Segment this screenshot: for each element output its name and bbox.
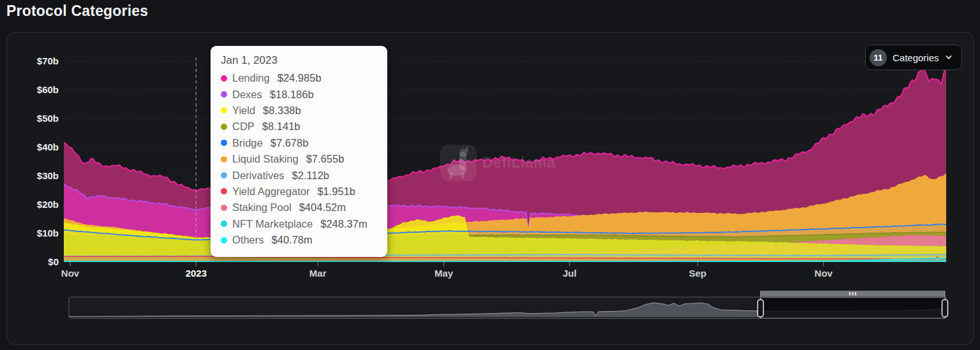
tooltip-series-value: $404.52m [299,201,346,214]
tooltip-date: Jan 1, 2023 [221,54,377,67]
series-color-dot [221,221,227,227]
tooltip-series-value: $7.678b [271,137,309,149]
tooltip-series-value: $24.985b [278,72,322,84]
tooltip-row: CDP$8.141b [221,119,377,135]
tooltip-row: Dexes$18.186b [221,86,377,102]
categories-dropdown-button[interactable]: 11 Categories [865,45,962,70]
series-color-dot [221,107,227,113]
tooltip-series-label: Lending [232,72,270,84]
tooltip-row: Liquid Staking$7.655b [221,151,377,167]
tooltip-series-label: Dexes [232,89,262,101]
page: Protocol Categories $70b$60b$50b$40b$30b… [0,0,980,350]
series-color-dot [221,91,227,98]
brush-right-handle[interactable] [942,300,948,317]
tooltip-row: Others$40.78m [221,232,377,248]
tooltip-series-value: $8.141b [262,120,301,133]
chevron-down-icon [945,54,953,61]
tooltip-series-value: $2.112b [292,170,329,182]
tooltip-series-value: $248.37m [320,218,367,230]
tooltip-series-value: $1.951b [317,186,355,198]
tooltip-series-label: Bridge [232,137,263,149]
tooltip-series-label: Liquid Staking [232,153,299,165]
tooltip-series-label: NFT Marketplace [232,218,313,230]
tooltip-series-value: $18.186b [270,89,314,101]
brush-selection-area[interactable] [761,298,945,318]
series-color-dot [221,156,227,163]
tooltip-series-value: $40.78m [272,234,313,246]
series-layer [62,66,947,262]
series-color-dot [221,140,227,146]
tooltip-series-value: $7.655b [306,153,345,165]
grip-icon [855,292,856,296]
series-color-dot [221,237,227,244]
grip-icon [852,292,854,296]
tooltip-series-label: CDP [232,120,255,133]
tooltip-series-label: Staking Pool [232,201,292,214]
tooltip-row: Yield Aggregator$1.951b [221,184,377,200]
grip-icon [849,292,850,296]
series-color-dot [221,75,227,82]
brush-left-handle[interactable] [758,300,764,317]
tooltip-series-label: Others [232,234,264,246]
tooltip-row: Staking Pool$404.52m [221,200,377,215]
tooltip-row: NFT Marketplace$248.37m [221,216,377,232]
tooltip-row: Derivatives$2.112b [221,167,377,183]
tooltip-row: Lending$24.985b [221,70,377,86]
categories-count-badge: 11 [870,49,887,66]
range-selector[interactable] [69,291,948,319]
protocol-categories-chart[interactable] [0,0,980,350]
x-tick-marks [70,262,824,266]
tooltip-row: Bridge$7.678b [221,135,377,151]
series-color-dot [221,188,227,194]
tooltip-series-value: $8.338b [263,105,301,117]
tooltip-row: Yield$8.338b [221,103,377,119]
series-color-dot [221,205,227,211]
chart-tooltip: Jan 1, 2023 Lending$24.985bDexes$18.186b… [211,46,387,257]
series-color-dot [221,124,227,130]
series-color-dot [221,172,227,179]
tooltip-series-label: Yield [232,105,255,117]
tooltip-series-label: Yield Aggregator [232,186,309,198]
categories-button-label: Categories [893,52,939,63]
tooltip-series-label: Derivatives [232,170,285,182]
tooltip-rows: Lending$24.985bDexes$18.186bYield$8.338b… [221,70,377,248]
